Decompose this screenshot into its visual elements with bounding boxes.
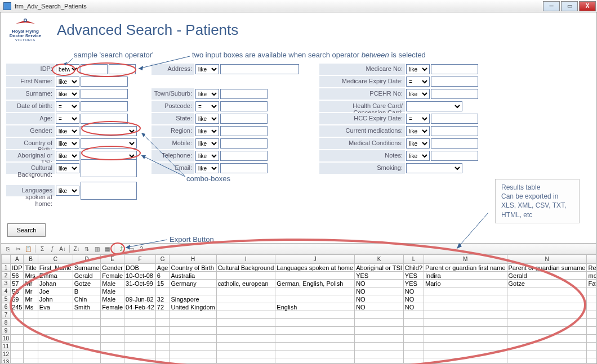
value-input[interactable] [220, 101, 268, 111]
operator-select[interactable]: like [56, 89, 79, 99]
cell[interactable]: Female [101, 303, 124, 311]
row-number[interactable]: 12 [2, 350, 11, 358]
cell[interactable] [155, 350, 170, 358]
cell[interactable] [587, 295, 596, 303]
cell[interactable] [155, 287, 170, 295]
operator-select[interactable]: like [195, 163, 219, 173]
cell[interactable] [216, 303, 275, 311]
cell[interactable] [424, 343, 507, 350]
cell[interactable]: YES [403, 272, 424, 280]
cell[interactable] [101, 358, 124, 363]
cell[interactable]: Gotze [73, 280, 101, 287]
row-number[interactable]: 7 [2, 311, 11, 319]
cell[interactable] [216, 350, 275, 358]
cell[interactable]: YES [355, 272, 404, 280]
cell[interactable] [424, 358, 507, 363]
cell[interactable] [11, 335, 24, 343]
cell[interactable] [587, 327, 596, 335]
cell[interactable] [170, 350, 216, 358]
cell[interactable]: John [38, 295, 73, 303]
value-input[interactable] [109, 64, 136, 74]
cell[interactable] [38, 358, 73, 363]
value-input[interactable] [220, 151, 268, 161]
operator-select[interactable]: = [195, 101, 219, 111]
cell[interactable]: Male [101, 295, 124, 303]
column-letter[interactable]: H [170, 255, 216, 264]
cell[interactable]: English [275, 303, 355, 311]
cell[interactable] [155, 343, 170, 350]
operator-select[interactable]: like [195, 89, 219, 99]
value-input[interactable] [431, 89, 478, 99]
value-combo[interactable] [406, 101, 462, 111]
cell[interactable] [73, 350, 101, 358]
cell[interactable]: mother [587, 272, 596, 280]
value-input[interactable] [81, 77, 128, 87]
chart-icon[interactable]: ▥ [92, 244, 101, 253]
cell[interactable] [275, 295, 355, 303]
operator-select[interactable]: like [406, 89, 430, 99]
value-combo[interactable] [81, 138, 137, 149]
cell[interactable] [355, 319, 404, 327]
cell[interactable] [38, 335, 73, 343]
cell[interactable] [73, 311, 101, 319]
cell[interactable] [11, 327, 24, 335]
cell[interactable] [275, 327, 355, 335]
cut-icon[interactable]: ✂ [14, 244, 23, 253]
func-icon[interactable]: ƒ [48, 244, 57, 253]
value-input[interactable] [431, 151, 478, 161]
column-letter[interactable]: A [11, 255, 24, 264]
column-header[interactable]: Parent or guardian first name [424, 264, 507, 272]
cell[interactable]: NO [403, 287, 424, 295]
cell[interactable] [155, 311, 170, 319]
cell[interactable] [170, 319, 216, 327]
cell[interactable] [24, 319, 38, 327]
cell[interactable]: Joe [38, 287, 73, 295]
operator-select[interactable]: like [56, 138, 79, 149]
column-header[interactable]: Cultural Background [216, 264, 275, 272]
cell[interactable] [507, 335, 587, 343]
column-letter[interactable]: M [424, 255, 507, 264]
cell[interactable]: 72 [155, 303, 170, 311]
cell[interactable] [587, 319, 596, 327]
copy-icon[interactable]: ⎘ [3, 244, 12, 253]
cell[interactable]: Australia [170, 272, 216, 280]
cell[interactable]: 59 [11, 295, 24, 303]
cell[interactable] [38, 311, 73, 319]
column-letter[interactable]: G [155, 255, 170, 264]
column-letter[interactable]: B [24, 255, 38, 264]
value-textarea[interactable] [81, 182, 137, 200]
value-input[interactable] [431, 64, 478, 74]
cell[interactable] [101, 327, 124, 335]
cell[interactable] [587, 343, 596, 350]
cell[interactable] [275, 335, 355, 343]
value-input[interactable] [431, 138, 478, 149]
cell[interactable]: Female [101, 272, 124, 280]
row-number[interactable]: 2 [2, 272, 11, 280]
cell[interactable]: 57 [11, 280, 24, 287]
cell[interactable] [101, 335, 124, 343]
cell[interactable] [11, 319, 24, 327]
sort-desc-icon[interactable]: Z↓ [72, 244, 81, 253]
export-icon[interactable]: ⤴ [117, 244, 126, 253]
value-input[interactable] [431, 77, 478, 87]
maximize-button[interactable]: ▭ [561, 1, 578, 11]
cell[interactable] [355, 327, 404, 335]
cell[interactable] [216, 327, 275, 335]
cell[interactable] [587, 287, 596, 295]
cell[interactable]: Male [101, 280, 124, 287]
cell[interactable] [11, 311, 24, 319]
operator-select[interactable]: like [406, 126, 430, 136]
cell[interactable]: 32 [155, 295, 170, 303]
cell[interactable] [124, 358, 156, 363]
cell[interactable] [507, 295, 587, 303]
operator-select[interactable]: like [406, 138, 430, 149]
results-grid[interactable]: ABCDEFGHIJKLMNOPQ1IDPTitleFirst_NameSurn… [1, 254, 596, 363]
row-number[interactable]: 6 [2, 303, 11, 311]
column-header[interactable]: DOB [124, 264, 156, 272]
cell[interactable] [507, 287, 587, 295]
cell[interactable]: 31-Oct-99 [124, 280, 156, 287]
row-number[interactable]: 1 [2, 264, 11, 272]
cell[interactable] [275, 350, 355, 358]
operator-select[interactable]: like [195, 114, 219, 124]
sort-asc-icon[interactable]: A↓ [58, 244, 67, 253]
